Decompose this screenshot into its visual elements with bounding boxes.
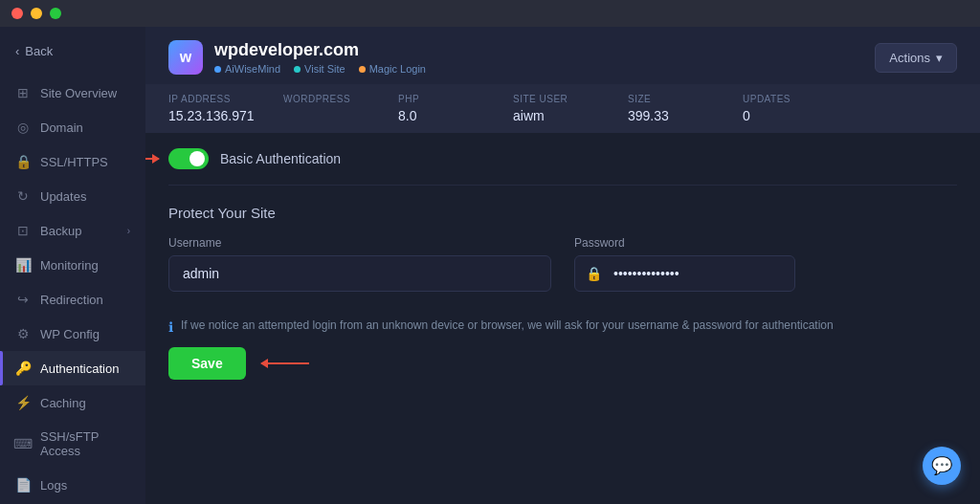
stat-ip-address: IP ADDRESS 15.23.136.971 — [168, 84, 283, 133]
sidebar-nav: ⊞ Site Overview ◎ Domain 🔒 SSL/HTTPS ↻ U… — [0, 76, 145, 502]
chevron-down-icon: ▾ — [936, 51, 943, 65]
username-input[interactable] — [168, 255, 551, 292]
title-bar — [0, 0, 980, 27]
stat-updates-value: 0 — [743, 108, 835, 123]
password-group: Password 🔒 — [574, 236, 957, 292]
stat-updates: UPDATES 0 — [743, 84, 858, 133]
info-text: ℹ If we notice an attempted login from a… — [168, 307, 957, 347]
site-overview-icon: ⊞ — [15, 85, 31, 100]
sidebar-item-site-overview[interactable]: ⊞ Site Overview — [0, 76, 145, 110]
ssh-icon: ⌨ — [15, 436, 31, 451]
form-row: Username Password 🔒 — [168, 236, 957, 292]
redirection-icon: ↪ — [15, 292, 31, 307]
username-group: Username — [168, 236, 551, 292]
back-button[interactable]: ‹ Back — [0, 34, 145, 68]
sidebar-item-label: Site Overview — [40, 86, 117, 100]
password-input[interactable] — [574, 255, 795, 292]
sidebar-item-ssh[interactable]: ⌨ SSH/sFTP Access — [0, 420, 145, 468]
stat-wp-label: WORDPRESS — [283, 94, 375, 104]
sidebar-item-redirection[interactable]: ↪ Redirection — [0, 282, 145, 317]
save-button[interactable]: Save — [168, 347, 246, 380]
sidebar-item-label: Authentication — [40, 362, 119, 376]
caching-icon: ⚡ — [15, 395, 31, 410]
stat-updates-label: UPDATES — [743, 94, 835, 104]
info-icon: ℹ — [168, 318, 173, 338]
logs-icon: 📄 — [15, 477, 31, 493]
back-icon: ‹ — [15, 44, 19, 58]
toggle-arrow-indicator — [145, 158, 159, 160]
sidebar-item-label: Domain — [40, 121, 83, 135]
backup-icon: ⊡ — [15, 223, 31, 238]
sidebar-item-label: Logs — [40, 478, 67, 493]
sidebar-item-ssl[interactable]: 🔒 SSL/HTTPS — [0, 144, 145, 179]
chevron-right-icon: › — [127, 226, 130, 236]
password-label: Password — [574, 236, 957, 250]
sidebar-item-label: Redirection — [40, 293, 103, 307]
info-message: If we notice an attempted login from an … — [181, 317, 834, 334]
site-logo: w — [168, 40, 203, 75]
sub-link-visit-site[interactable]: Visit Site — [294, 63, 345, 75]
sidebar-item-label: Monitoring — [40, 258, 99, 273]
visit-site-dot — [294, 66, 301, 73]
stat-site-user: SITE USER aiwm — [513, 84, 628, 133]
site-name: wpdeveloper.com — [214, 40, 426, 60]
wp-config-icon: ⚙ — [15, 326, 31, 341]
updates-icon: ↻ — [15, 188, 31, 204]
site-header: w wpdeveloper.com AiWiseMind Visit Site — [145, 27, 980, 84]
stat-php: PHP 8.0 — [398, 84, 513, 133]
stat-ip-value: 15.23.136.971 — [168, 108, 260, 123]
stat-user-value: aiwm — [513, 108, 605, 123]
monitoring-icon: 📊 — [15, 257, 31, 273]
site-header-left: w wpdeveloper.com AiWiseMind Visit Site — [168, 40, 426, 75]
close-dot[interactable] — [11, 8, 23, 19]
stat-size-label: SIZE — [628, 94, 720, 104]
basic-auth-toggle[interactable] — [168, 148, 209, 169]
domain-icon: ◎ — [15, 120, 31, 135]
magic-login-label: Magic Login — [369, 63, 426, 75]
stat-user-label: SITE USER — [513, 94, 605, 104]
minimize-dot[interactable] — [31, 8, 42, 19]
sidebar-item-wp-config[interactable]: ⚙ WP Config — [0, 317, 145, 351]
toggle-section: Basic Authentication — [168, 133, 957, 186]
sidebar-item-backup[interactable]: ⊡ Backup › — [0, 213, 145, 248]
sidebar-item-label: Backup — [40, 224, 81, 238]
sidebar-item-label: Caching — [40, 396, 86, 410]
sidebar-item-label: SSL/HTTPS — [40, 155, 108, 169]
save-arrow-indicator — [261, 362, 309, 364]
stat-wordpress: WORDPRESS — [283, 84, 398, 133]
visit-site-label: Visit Site — [304, 63, 345, 75]
username-label: Username — [168, 236, 551, 250]
actions-button[interactable]: Actions ▾ — [875, 43, 957, 73]
ssl-icon: 🔒 — [15, 154, 31, 169]
sidebar-item-caching[interactable]: ⚡ Caching — [0, 385, 145, 420]
aiwisemind-dot — [214, 66, 221, 73]
sidebar-item-domain[interactable]: ◎ Domain — [0, 110, 145, 144]
form-section: Protect Your Site Username Password 🔒 — [168, 186, 957, 399]
content-area: Basic Authentication Protect Your Site U… — [145, 133, 980, 504]
main-content: w wpdeveloper.com AiWiseMind Visit Site — [145, 27, 980, 504]
sidebar-item-monitoring[interactable]: 📊 Monitoring — [0, 248, 145, 282]
save-btn-wrap: Save — [168, 347, 957, 380]
stat-php-value: 8.0 — [398, 108, 490, 123]
toggle-label: Basic Authentication — [220, 151, 341, 166]
stat-size: SIZE 399.33 — [628, 84, 743, 133]
chat-button[interactable]: 💬 — [923, 447, 961, 485]
toggle-track — [168, 148, 209, 169]
sidebar-item-authentication[interactable]: 🔑 Authentication — [0, 351, 145, 385]
chat-icon: 💬 — [931, 455, 952, 476]
sidebar-item-logs[interactable]: 📄 Logs — [0, 468, 145, 502]
stat-size-value: 399.33 — [628, 108, 720, 123]
sub-link-aiwisemind[interactable]: AiWiseMind — [214, 63, 280, 75]
sidebar: ‹ Back ⊞ Site Overview ◎ Domain 🔒 SSL/HT… — [0, 27, 145, 504]
password-field-wrap: 🔒 — [574, 255, 957, 292]
sub-link-magic-login[interactable]: Magic Login — [359, 63, 426, 75]
sidebar-item-label: SSH/sFTP Access — [40, 429, 130, 458]
toggle-thumb — [189, 151, 205, 166]
actions-label: Actions — [889, 51, 930, 65]
form-section-title: Protect Your Site — [168, 205, 957, 221]
stats-bar: IP ADDRESS 15.23.136.971 WORDPRESS PHP 8… — [145, 84, 980, 133]
site-title-group: wpdeveloper.com AiWiseMind Visit Site — [214, 40, 426, 75]
sidebar-item-updates[interactable]: ↻ Updates — [0, 179, 145, 213]
maximize-dot[interactable] — [50, 8, 61, 19]
magic-login-dot — [359, 66, 366, 73]
